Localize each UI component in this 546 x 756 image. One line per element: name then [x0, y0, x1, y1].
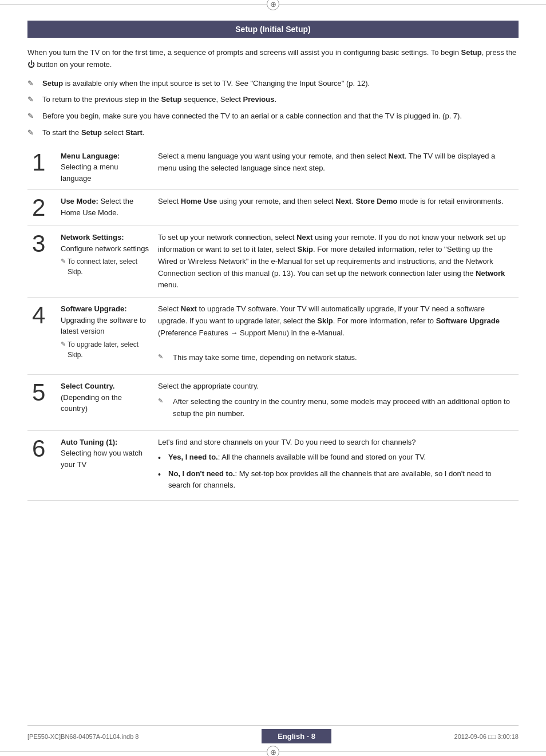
step-right-3: To set up your network connection, selec… — [153, 226, 519, 298]
note-icon-3: ✎ — [27, 110, 40, 122]
note-text-1: Setup is available only when the input s… — [42, 78, 519, 90]
footer-center: English - 8 — [262, 729, 331, 743]
content-area: Setup (Initial Setup) When you turn the … — [0, 5, 546, 725]
step-extra-note-5: ✎ After selecting the country in the cou… — [158, 396, 514, 420]
step-number-1: 1 — [32, 151, 52, 175]
step-left-6: Auto Tuning (1): Selecting how you watch… — [56, 430, 153, 501]
table-row: 4 Software Upgrade: Upgrading the softwa… — [27, 298, 519, 375]
note-icon-2: ✎ — [27, 94, 40, 106]
intro-paragraph: When you turn the TV on for the first ti… — [27, 47, 519, 71]
bullet-list-6: • Yes, I need to.: All the channels avai… — [158, 452, 514, 491]
page-number-box: English - 8 — [262, 729, 331, 743]
step-right-4: Select Next to upgrade TV software. Your… — [153, 298, 519, 375]
step-extra-note-icon-4: ✎ — [158, 352, 171, 362]
bullet-text-2: No, I don't need to.: My set-top box pro… — [168, 468, 514, 491]
step-number-4: 4 — [32, 303, 52, 327]
step-left-5: Select Country. (Depending on the countr… — [56, 375, 153, 430]
footer-right-text: 2012-09-06 □□ 3:00:18 — [454, 733, 519, 740]
note-item-4: ✎ To start the Setup select Start. — [27, 127, 519, 139]
note-text-4: To start the Setup select Start. — [42, 127, 519, 139]
step-title-5: Select Country. — [61, 382, 114, 390]
step-left-3: Network Settings: Configure network sett… — [56, 226, 153, 298]
step-title-3: Network Settings: — [61, 233, 124, 242]
table-row: 2 Use Mode: Select the Home Use Mode. Se… — [27, 190, 519, 226]
step-number-cell-6: 6 — [27, 430, 56, 501]
step-number-3: 3 — [32, 232, 52, 256]
bullet-text-1: Yes, I need to.: All the channels availa… — [168, 452, 426, 463]
note-item-2: ✎ To return to the previous step in the … — [27, 94, 519, 106]
step-note-4: ✎ To upgrade later, select Skip. — [61, 339, 149, 360]
bullet-dot-2: • — [158, 469, 166, 481]
step-subtitle-3: Configure network settings — [61, 244, 149, 253]
step-right-6: Let's find and store channels on your TV… — [153, 430, 519, 501]
step-note-icon-3: ✎ — [61, 256, 66, 266]
step-title-1: Menu Language: — [61, 152, 120, 160]
step-number-cell-2: 2 — [27, 190, 56, 226]
note-icon-1: ✎ — [27, 78, 40, 90]
step-subtitle-6: Selecting how you watch your TV — [61, 449, 143, 469]
step-left-4: Software Upgrade: Upgrading the software… — [56, 298, 153, 375]
step-title-4: Software Upgrade: — [61, 304, 127, 313]
footer-left-text: [PE550-XC]BN68-04057A-01L04.indb 8 — [27, 733, 139, 740]
step-number-cell-5: 5 — [27, 375, 56, 430]
step-title-2: Use Mode: — [61, 197, 98, 205]
note-text-2: To return to the previous step in the Se… — [42, 94, 519, 106]
step-note-3: ✎ To connect later, select Skip. — [61, 256, 149, 277]
section-header: Setup (Initial Setup) — [27, 21, 519, 38]
step-title-6: Auto Tuning (1): — [61, 438, 117, 446]
step-right-1: Select a menu language you want using yo… — [153, 145, 519, 190]
step-right-2: Select Home Use using your remote, and t… — [153, 190, 519, 226]
step-number-cell-3: 3 — [27, 226, 56, 298]
list-item: • No, I don't need to.: My set-top box p… — [158, 468, 514, 491]
step-left-2: Use Mode: Select the Home Use Mode. — [56, 190, 153, 226]
section-title: Setup (Initial Setup) — [235, 25, 310, 34]
step-number-6: 6 — [32, 437, 52, 461]
table-row: 1 Menu Language: Selecting a menu langua… — [27, 145, 519, 190]
step-number-5: 5 — [32, 381, 52, 405]
note-item-3: ✎ Before you begin, make sure you have c… — [27, 110, 519, 122]
step-subtitle-5: (Depending on the country) — [61, 393, 122, 413]
step-left-1: Menu Language: Selecting a menu language — [56, 145, 153, 190]
table-row: 6 Auto Tuning (1): Selecting how you wat… — [27, 430, 519, 501]
bottom-circle-icon: ⊕ — [267, 746, 279, 756]
note-text-3: Before you begin, make sure you have con… — [42, 110, 519, 122]
page-wrapper: ⊕ Setup (Initial Setup) When you turn th… — [0, 0, 546, 756]
step-right-5: Select the appropriate country. ✎ After … — [153, 375, 519, 430]
step-number-cell-4: 4 — [27, 298, 56, 375]
step-extra-note-4: ✎ This may take some time, depending on … — [158, 352, 514, 364]
note-icon-4: ✎ — [27, 127, 40, 139]
step-extra-note-icon-5: ✎ — [158, 396, 171, 406]
step-subtitle-4: Upgrading the software to latest version — [61, 316, 146, 336]
footer-bar: [PE550-XC]BN68-04057A-01L04.indb 8 Engli… — [27, 725, 519, 746]
steps-table: 1 Menu Language: Selecting a menu langua… — [27, 145, 519, 501]
step-note-icon-4: ✎ — [61, 339, 66, 349]
page-number-label: English - 8 — [278, 732, 315, 741]
note-item-1: ✎ Setup is available only when the input… — [27, 78, 519, 90]
step-subtitle-1: Selecting a menu language — [61, 163, 118, 183]
top-decoration: ⊕ — [0, 0, 546, 5]
list-item: • Yes, I need to.: All the channels avai… — [158, 452, 514, 465]
step-number-2: 2 — [32, 196, 52, 220]
step-number-cell-1: 1 — [27, 145, 56, 190]
bullet-dot-1: • — [158, 452, 166, 465]
bottom-decoration: ⊕ — [0, 751, 546, 756]
table-row: 5 Select Country. (Depending on the coun… — [27, 375, 519, 430]
table-row: 3 Network Settings: Configure network se… — [27, 226, 519, 298]
